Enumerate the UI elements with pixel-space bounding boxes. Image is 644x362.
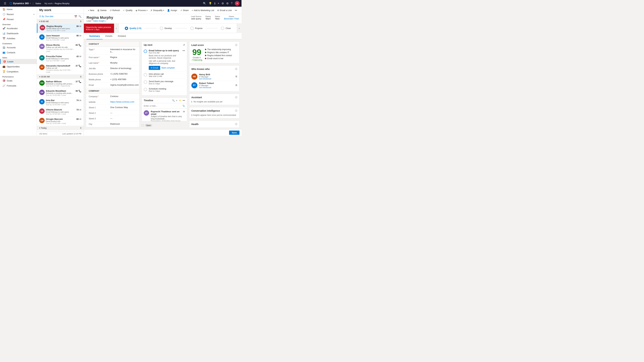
mywork-filter[interactable]: ☰ By: Due date bbox=[39, 15, 53, 17]
delete-button[interactable]: 🗑 Delete bbox=[96, 8, 108, 12]
expand-icon-bottom[interactable]: ⛶ bbox=[142, 124, 144, 126]
health-info-icon[interactable]: ⓘ bbox=[235, 123, 237, 126]
street1-value[interactable]: One Contoso Way bbox=[110, 106, 137, 109]
bpf-stage-qualify[interactable]: Qualify (1 D) bbox=[122, 27, 145, 30]
work-item-eduardo[interactable]: EM Eduardo Moedlliani Schedule a meeting… bbox=[37, 88, 84, 98]
work-item-jane[interactable]: JH Jane Howard Email followup to web que… bbox=[37, 33, 84, 42]
who-action-2[interactable]: Get introduced bbox=[199, 86, 214, 88]
work-meta-jane: Due by 9:00 AM • Lead bbox=[46, 39, 75, 41]
avatar-nathan: NW bbox=[39, 80, 44, 86]
record-insight[interactable]: Sales Insight bbox=[93, 20, 105, 22]
time-group-chevron[interactable]: ▾ bbox=[39, 20, 40, 23]
timeline-more-icon[interactable]: ••• bbox=[183, 99, 185, 102]
work-item-vittorio[interactable]: VB Vittorio Bianchi Email followup to we… bbox=[37, 107, 84, 116]
sidebar-item-accounts[interactable]: 🏢 Accounts bbox=[0, 45, 37, 50]
breadcrumb-mywork[interactable]: My work bbox=[44, 2, 52, 5]
sidebar-item-activities[interactable]: 📅 Activities bbox=[0, 36, 37, 41]
who-action-1[interactable]: Get introduced bbox=[199, 78, 211, 80]
topic-value[interactable]: Interested in insurance for h... bbox=[110, 48, 137, 53]
up-next-refresh-icon[interactable]: ↺ bbox=[183, 43, 185, 46]
search-icon[interactable]: 🔍 bbox=[203, 2, 206, 5]
who-knows-info-icon[interactable]: ⓘ bbox=[235, 67, 237, 70]
bpf-prev-button[interactable]: ‹ bbox=[114, 24, 119, 33]
sidebar-item-accelerator[interactable]: 🚀 Accelerator bbox=[0, 26, 37, 31]
sidebar-item-recent[interactable]: 🕐 Recent ▾ bbox=[0, 12, 37, 17]
sidebar-item-leads[interactable]: 🎯 Leads bbox=[0, 59, 37, 64]
work-item-alexandra[interactable]: AV Alexandra Vareshnikoff Follow up call… bbox=[37, 63, 84, 75]
owner-link[interactable]: Berenden Thiel bbox=[224, 17, 239, 20]
tab-related[interactable]: Related bbox=[115, 33, 129, 39]
email-action-button[interactable]: ✉ Email bbox=[149, 66, 160, 70]
refresh-button[interactable]: ↺ Refresh bbox=[108, 8, 122, 12]
bpf-stage-propose[interactable]: Propose bbox=[187, 27, 206, 30]
website-value[interactable]: https://www.contoso.com bbox=[110, 100, 137, 103]
timeline-add-icon[interactable]: + bbox=[176, 99, 178, 102]
bpf-stage-develop[interactable]: Develop bbox=[156, 27, 175, 30]
user-avatar[interactable]: S bbox=[235, 1, 240, 6]
company-value[interactable]: Contoso bbox=[110, 95, 137, 97]
settings-icon[interactable]: ⚙ bbox=[226, 2, 228, 5]
lastname-value[interactable]: Murphy bbox=[110, 61, 137, 64]
email-link-button[interactable]: ✉ Email a Link bbox=[216, 8, 233, 12]
sidebar-item-opportunities[interactable]: 💼 Opportunities bbox=[0, 64, 37, 69]
street3-value[interactable]: --- bbox=[110, 117, 137, 120]
bpf-next-button[interactable]: › bbox=[237, 24, 242, 33]
work-item-nathan[interactable]: NW Nathan Willson Schedule a meeting wit… bbox=[37, 79, 84, 88]
work-item-philippe[interactable]: PG Philippe Gonzales Email followup to w… bbox=[37, 130, 84, 132]
add-marketing-button[interactable]: + Add to Marketing List bbox=[190, 8, 216, 12]
up-next-more-icon[interactable]: ••• bbox=[182, 49, 185, 52]
work-item-shoue[interactable]: SM Shoue Morita Follow-up call with his … bbox=[37, 42, 84, 54]
tab-details[interactable]: Details bbox=[103, 33, 115, 39]
disqualify-button[interactable]: ✗ Disqualify ▾ bbox=[149, 8, 165, 12]
assistant-info-icon[interactable]: ⓘ bbox=[235, 96, 237, 99]
lead-score-info-icon[interactable]: ⓘ bbox=[235, 43, 237, 46]
lightbulb-icon[interactable]: 💡 bbox=[209, 2, 212, 5]
module-name[interactable]: Sales bbox=[36, 2, 41, 5]
firstname-value[interactable]: Regina bbox=[110, 56, 137, 58]
sidebar-item-goals[interactable]: 🎯 Goals bbox=[0, 78, 37, 83]
businessphone-value[interactable]: +1 (425) 5380783 bbox=[110, 72, 137, 75]
sidebar-item-pinned[interactable]: 📌 Pinned bbox=[0, 17, 37, 22]
email-value[interactable]: regina.murphy@contoso.com bbox=[110, 84, 139, 86]
city-value[interactable]: Redmond bbox=[110, 123, 137, 125]
new-button[interactable]: + New bbox=[86, 8, 96, 12]
insight-chevron-icon[interactable]: ▾ bbox=[105, 20, 106, 22]
sidebar-item-forecasts[interactable]: 📈 Forecasts bbox=[0, 83, 37, 88]
timeline-attach-icon[interactable]: 📎 bbox=[182, 105, 185, 107]
timeline-search-icon[interactable]: 🔍 bbox=[172, 99, 175, 102]
work-item-inna[interactable]: IB Inna Bar Email followup to web query … bbox=[37, 98, 84, 107]
qualify-button[interactable]: ✓ Qualify bbox=[122, 8, 134, 12]
sidebar-item-dashboards[interactable]: 📊 Dashboards bbox=[0, 31, 37, 36]
up-next-radio-main[interactable] bbox=[144, 50, 147, 53]
bpf-stage-close[interactable]: Close bbox=[218, 27, 234, 30]
conv-info-icon[interactable]: ⓘ bbox=[235, 109, 237, 112]
assign-button[interactable]: 👤 Assign bbox=[166, 8, 178, 12]
mobilephone-value[interactable]: + (123) 4567890 bbox=[110, 78, 137, 81]
timeline-note-input[interactable] bbox=[144, 105, 182, 107]
bpf-active-label[interactable]: Opportunity sales process Active for 1 d… bbox=[84, 24, 114, 33]
sidebar-item-contacts[interactable]: 👥 Contacts bbox=[0, 50, 37, 55]
tab-summary[interactable]: Summary bbox=[86, 33, 103, 39]
jobtitle-value[interactable]: Director of technology bbox=[110, 67, 137, 69]
street2-value[interactable]: --- bbox=[110, 112, 137, 114]
work-item-girogio[interactable]: GM Girogio Marconi Send product info Due… bbox=[37, 116, 84, 126]
time-group-chevron-10[interactable]: ▾ bbox=[39, 76, 40, 78]
help-icon[interactable]: ? bbox=[231, 2, 232, 5]
mark-complete-button[interactable]: Mark complete bbox=[162, 66, 175, 70]
process-button[interactable]: ◈ Process ▾ bbox=[134, 8, 149, 12]
filter-icon[interactable]: ⚙ bbox=[222, 2, 224, 5]
share-button[interactable]: ↗ Share bbox=[179, 8, 190, 12]
sidebar-item-home[interactable]: 🏠 Home bbox=[0, 7, 37, 12]
time-group-chevron-today[interactable]: ▾ bbox=[39, 127, 40, 129]
save-button[interactable]: Save bbox=[229, 131, 240, 135]
timeline-filter-icon[interactable]: ⚡ bbox=[178, 99, 181, 102]
work-item-prescilla[interactable]: PF Prescilla Fisher Email followup to we… bbox=[37, 54, 84, 63]
more-button[interactable]: ••• bbox=[234, 8, 238, 12]
info-icon[interactable]: ℹ bbox=[214, 2, 215, 5]
work-item-regina[interactable]: RM Regina Murphy Email follow-up to web … bbox=[37, 24, 84, 33]
calendar-icon[interactable]: 📅 bbox=[74, 15, 77, 18]
hamburger-menu-icon[interactable]: ☰ bbox=[2, 0, 8, 6]
plus-icon[interactable]: + bbox=[218, 2, 219, 5]
sidebar-item-competitors[interactable]: 🏆 Competitors bbox=[0, 69, 37, 74]
search-list-icon[interactable]: 🔍 bbox=[78, 15, 81, 18]
